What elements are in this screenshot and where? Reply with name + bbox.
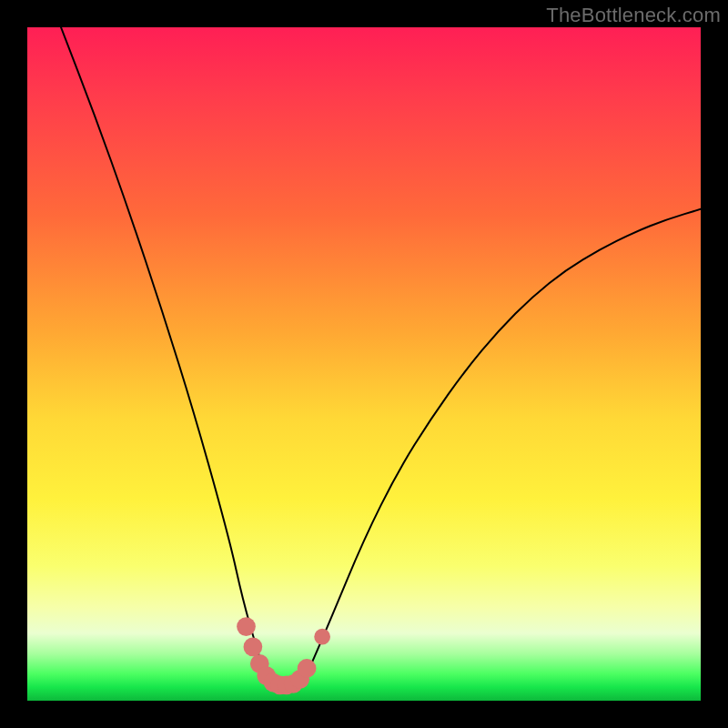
highlight-dot <box>298 659 317 678</box>
chart-frame: TheBottleneck.com <box>0 0 728 728</box>
highlight-dot <box>314 629 330 645</box>
watermark-text: TheBottleneck.com <box>546 4 721 27</box>
highlight-dot <box>244 637 263 656</box>
chart-svg <box>27 27 701 701</box>
plot-area <box>27 27 701 701</box>
bottleneck-curve <box>61 27 701 687</box>
highlight-dot <box>237 617 256 636</box>
highlight-dots <box>237 617 330 694</box>
